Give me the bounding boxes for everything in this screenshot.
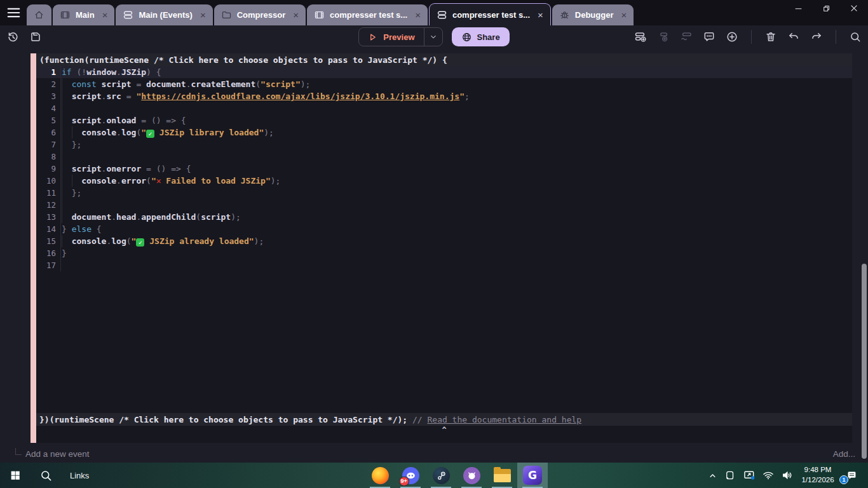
code-line-12[interactable]: 12 xyxy=(36,199,852,211)
save-button[interactable] xyxy=(29,30,42,43)
redo-button[interactable] xyxy=(810,30,823,43)
code-line-13[interactable]: 13document.head.appendChild(script); xyxy=(36,211,852,223)
tab-label: compresser test s... xyxy=(330,10,407,20)
line-number: 2 xyxy=(36,78,61,90)
preview-button[interactable]: Preview xyxy=(359,28,423,46)
unread-badge: 9+ xyxy=(399,477,409,486)
tray-network-button[interactable] xyxy=(759,463,778,488)
tab-close-button[interactable]: × xyxy=(538,10,543,20)
tab-close-button[interactable]: × xyxy=(200,10,206,20)
tray-expand-button[interactable] xyxy=(704,463,721,488)
wifi-icon xyxy=(762,469,775,482)
token: appendChild xyxy=(141,212,196,222)
add-circle-button[interactable] xyxy=(726,30,738,43)
taskbar-app-discord[interactable]: 9+ xyxy=(395,463,426,488)
tab-close-button[interactable]: × xyxy=(415,10,421,20)
taskbar-app-steam[interactable] xyxy=(426,463,456,488)
code-content: console.log("✓ JSZip already loaded"); xyxy=(61,235,852,247)
code-line-11[interactable]: 11}; xyxy=(36,187,852,199)
main-menu-button[interactable] xyxy=(0,0,27,25)
code-text: const script = document.createElement("s… xyxy=(72,78,311,90)
token: ( xyxy=(146,176,151,186)
code-line-1[interactable]: 1if (!window.JSZip) { xyxy=(36,66,852,78)
restore-button[interactable] xyxy=(812,0,840,18)
add-event-button[interactable] xyxy=(634,30,647,43)
js-function-header[interactable]: (function(runtimeScene /* Click here to … xyxy=(36,53,852,66)
code-line-4[interactable]: 4 xyxy=(36,102,852,114)
js-function-footer[interactable]: })(runtimeScene /* Click here to choose … xyxy=(36,413,852,426)
code-line-16[interactable]: 16} xyxy=(36,247,852,259)
code-line-7[interactable]: 7}; xyxy=(36,139,852,151)
share-button[interactable]: Share xyxy=(452,27,510,46)
tab-close-button[interactable]: × xyxy=(621,10,627,20)
discord-icon: 9+ xyxy=(402,467,419,484)
tab-home[interactable] xyxy=(27,4,51,25)
editor-resize-handle[interactable]: ^ xyxy=(36,426,852,443)
code-line-9[interactable]: 9script.onerror = () => { xyxy=(36,163,852,175)
tab-main-events[interactable]: Main (Events)× xyxy=(116,4,212,25)
notification-center-button[interactable]: 1 xyxy=(839,463,864,488)
minimize-button[interactable] xyxy=(784,0,812,18)
code-lines[interactable]: 1if (!window.JSZip) {2const script = doc… xyxy=(36,66,852,271)
code-line-14[interactable]: 14} else { xyxy=(36,223,852,235)
windows-taskbar: Links 9+G 9:48 PM 1/12/2026 1 xyxy=(0,463,868,488)
taskbar-app-gdevelop[interactable]: G xyxy=(517,463,548,488)
taskbar-app-explorer[interactable] xyxy=(487,463,517,488)
preview-dropdown-button[interactable] xyxy=(424,28,442,46)
tab-compresser-test-scene[interactable]: compresser test s...× xyxy=(307,4,428,25)
code-line-3[interactable]: 3script.src = "https://cdnjs.cloudflare.… xyxy=(36,90,852,102)
code-line-5[interactable]: 5script.onload = () => { xyxy=(36,114,852,126)
chevron-down-icon xyxy=(429,32,438,41)
code-line-15[interactable]: 15console.log("✓ JSZip already loaded"); xyxy=(36,235,852,247)
code-line-6[interactable]: 6console.log("✓ JSZip library loaded"); xyxy=(36,126,852,139)
js-code-event[interactable]: (function(runtimeScene /* Click here to … xyxy=(31,53,852,443)
tab-close-button[interactable]: × xyxy=(293,10,299,20)
code-line-17[interactable]: 17 xyxy=(36,259,852,271)
taskbar-app-firefox[interactable] xyxy=(365,463,395,488)
add-new-event-row[interactable]: Add a new event xyxy=(15,449,90,459)
code-line-10[interactable]: 10console.error("✕ Failed to load JSZip"… xyxy=(36,175,852,187)
code-content: }; xyxy=(61,187,852,199)
tray-device-button[interactable] xyxy=(721,463,740,488)
documentation-link[interactable]: Read the documentation and help xyxy=(427,415,581,424)
tab-bar: Main×Main (Events)×Compressor×compresser… xyxy=(0,0,868,25)
tab-main-scene[interactable]: Main× xyxy=(53,4,114,25)
undo-button[interactable] xyxy=(787,30,800,43)
add-comment-button[interactable] xyxy=(703,30,715,43)
links-toolbar-label[interactable]: Links xyxy=(70,471,89,480)
search-button[interactable] xyxy=(849,30,862,43)
folder-icon xyxy=(221,10,232,20)
code-line-2[interactable]: 2const script = document.createElement("… xyxy=(36,78,852,90)
vertical-scrollbar-thumb[interactable] xyxy=(862,264,867,459)
code-content: console.log("✓ JSZip library loaded"); xyxy=(61,126,852,139)
tab-compressor[interactable]: Compressor× xyxy=(214,4,306,25)
events-sheet: (function(runtimeScene /* Click here to … xyxy=(0,48,868,463)
tray-display-button[interactable] xyxy=(740,463,759,488)
indent-guide xyxy=(62,139,72,151)
gdevelop-window: Main×Main (Events)×Compressor×compresser… xyxy=(0,0,868,488)
tab-debugger[interactable]: Debugger× xyxy=(552,4,634,25)
tab-close-button[interactable]: × xyxy=(102,10,108,20)
add-more-button[interactable]: Add... xyxy=(833,449,855,459)
tray-volume-button[interactable] xyxy=(778,463,797,488)
history-button[interactable] xyxy=(6,30,19,43)
tab-compresser-test-events[interactable]: compresser test s...× xyxy=(429,3,551,25)
taskbar-clock[interactable]: 9:48 PM 1/12/2026 xyxy=(797,465,839,485)
code-text: }; xyxy=(72,139,82,151)
resize-caret-glyph: ^ xyxy=(442,426,446,435)
trash-button[interactable] xyxy=(764,30,777,43)
code-line-8[interactable]: 8 xyxy=(36,151,852,163)
taskbar-search-button[interactable] xyxy=(31,463,61,488)
indent-guide xyxy=(62,102,72,114)
tab-label: Main xyxy=(76,10,95,20)
line-number: 5 xyxy=(36,114,61,126)
indent-guide xyxy=(62,90,72,102)
indent-guide xyxy=(62,114,72,126)
code-empty-area[interactable] xyxy=(36,271,852,413)
close-button[interactable] xyxy=(840,0,868,18)
token: = () => { xyxy=(136,116,186,125)
js-code-editor[interactable]: (function(runtimeScene /* Click here to … xyxy=(36,53,852,443)
start-button[interactable] xyxy=(0,463,31,488)
taskbar-app-github[interactable] xyxy=(456,463,487,488)
token: if xyxy=(62,67,72,77)
